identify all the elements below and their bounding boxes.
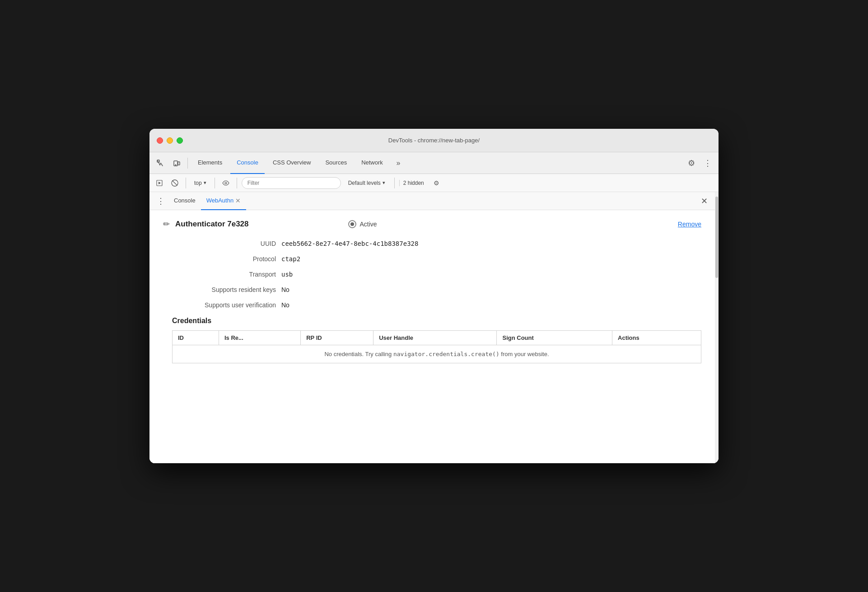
drawer-tab-console[interactable]: Console [168, 192, 201, 210]
svg-point-8 [225, 182, 227, 184]
field-value-uuid: ceeb5662-8e27-4e47-8ebc-4c1b8387e328 [281, 240, 418, 247]
svg-line-7 [173, 180, 177, 185]
field-value-transport: usb [281, 271, 293, 278]
context-selector[interactable]: top ▾ [191, 179, 210, 187]
clear-console-button[interactable] [168, 177, 181, 189]
maximize-button[interactable] [177, 137, 183, 144]
col-sign-count: Sign Count [497, 331, 612, 345]
tab-console[interactable]: Console [230, 152, 265, 174]
hidden-count: 2 hidden [399, 180, 428, 186]
col-actions: Actions [612, 331, 701, 345]
minimize-button[interactable] [167, 137, 173, 144]
no-creds-code: navigator.credentials.create() [393, 351, 499, 357]
devtools-toolbar: Elements Console CSS Overview Sources Ne… [149, 152, 719, 174]
svg-rect-2 [178, 162, 180, 165]
tab-sources[interactable]: Sources [319, 152, 353, 174]
inspect-element-button[interactable] [153, 156, 168, 170]
main-panel: ⋮ Console WebAuthn ✕ ✕ ✏ Authenticator 7… [149, 192, 719, 463]
toolbar-divider-2 [186, 178, 186, 188]
title-bar: DevTools - chrome://new-tab-page/ [149, 129, 719, 152]
no-credentials-row: No credentials. Try calling navigator.cr… [173, 345, 701, 363]
col-is-re: Is Re... [219, 331, 300, 345]
field-protocol: Protocol ctap2 [163, 255, 701, 263]
execute-script-button[interactable] [153, 177, 166, 189]
drawer-tab-bar: ⋮ Console WebAuthn ✕ ✕ [149, 192, 715, 210]
device-toolbar-button[interactable] [169, 156, 184, 170]
field-label-uuid: UUID [172, 240, 276, 247]
active-radio[interactable] [348, 220, 356, 228]
settings-button[interactable]: ⚙ [684, 156, 699, 170]
credentials-title: Credentials [172, 317, 701, 325]
svg-marker-5 [159, 182, 161, 184]
eye-button[interactable] [219, 177, 232, 189]
no-credentials-cell: No credentials. Try calling navigator.cr… [173, 345, 701, 363]
credentials-table: ID Is Re... RP ID User Handle Sign Count… [172, 330, 701, 363]
col-id: ID [173, 331, 219, 345]
remove-button[interactable]: Remove [678, 221, 701, 228]
tab-elements[interactable]: Elements [191, 152, 229, 174]
drawer: ⋮ Console WebAuthn ✕ ✕ ✏ Authenticator 7… [149, 192, 715, 463]
toolbar-divider-1 [187, 158, 188, 169]
svg-point-3 [175, 164, 176, 165]
console-toolbar: top ▾ Default levels ▾ 2 hidden ⚙ [149, 174, 719, 192]
field-value-user-verification: No [281, 301, 289, 309]
authenticator-header: ✏ Authenticator 7e328 Active Remove [163, 219, 701, 229]
scrollbar-thumb[interactable] [715, 197, 718, 278]
scrollbar[interactable] [715, 192, 719, 463]
field-transport: Transport usb [163, 271, 701, 278]
field-user-verification: Supports user verification No [163, 301, 701, 309]
drawer-menu-button[interactable]: ⋮ [153, 196, 168, 206]
toolbar-divider-3 [215, 178, 215, 188]
edit-icon[interactable]: ✏ [163, 219, 170, 229]
col-user-handle: User Handle [373, 331, 497, 345]
tab-css-overview[interactable]: CSS Overview [266, 152, 317, 174]
field-uuid: UUID ceeb5662-8e27-4e47-8ebc-4c1b8387e32… [163, 240, 701, 247]
field-value-protocol: ctap2 [281, 255, 300, 263]
close-webauthn-tab[interactable]: ✕ [235, 197, 241, 204]
toolbar-divider-5 [394, 178, 395, 188]
toolbar-right: ⚙ ⋮ [684, 156, 715, 170]
close-drawer-button[interactable]: ✕ [697, 196, 711, 206]
radio-dot [350, 222, 354, 226]
field-value-resident-keys: No [281, 286, 289, 293]
active-badge: Active [348, 220, 377, 228]
credentials-section: Credentials ID Is Re... RP ID User Handl… [163, 317, 701, 363]
more-tabs-button[interactable]: » [391, 156, 406, 170]
field-label-transport: Transport [172, 271, 276, 278]
filter-input[interactable] [242, 177, 341, 189]
close-button[interactable] [157, 137, 163, 144]
toolbar-divider-4 [237, 178, 237, 188]
log-levels-button[interactable]: Default levels ▾ [344, 179, 390, 188]
webauthn-panel: ✏ Authenticator 7e328 Active Remove UUID… [149, 210, 715, 463]
traffic-lights [157, 137, 183, 144]
authenticator-title: Authenticator 7e328 [175, 220, 249, 229]
drawer-tab-webauthn[interactable]: WebAuthn ✕ [201, 192, 246, 210]
more-options-button[interactable]: ⋮ [700, 156, 715, 170]
field-label-protocol: Protocol [172, 255, 276, 263]
col-rp-id: RP ID [301, 331, 373, 345]
field-label-resident-keys: Supports resident keys [172, 286, 276, 293]
field-label-user-verification: Supports user verification [172, 301, 276, 309]
field-resident-keys: Supports resident keys No [163, 286, 701, 293]
tab-network[interactable]: Network [355, 152, 389, 174]
devtools-window: DevTools - chrome://new-tab-page/ Elemen… [149, 129, 719, 463]
window-title: DevTools - chrome://new-tab-page/ [388, 137, 480, 144]
console-settings-button[interactable]: ⚙ [430, 177, 443, 189]
